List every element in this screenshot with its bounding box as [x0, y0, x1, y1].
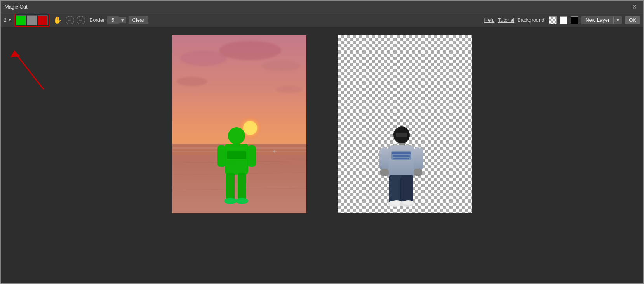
help-link[interactable]: Help — [484, 17, 495, 23]
zoom-out-button[interactable]: − — [77, 16, 85, 24]
svg-rect-23 — [238, 173, 246, 200]
zoom-in-button[interactable]: + — [66, 16, 74, 24]
svg-rect-41 — [389, 175, 400, 203]
green-swatch[interactable] — [16, 15, 26, 25]
background-black-swatch[interactable] — [571, 16, 578, 24]
svg-point-46 — [403, 200, 414, 205]
svg-point-17 — [228, 127, 245, 144]
svg-point-9 — [243, 121, 257, 135]
pan-tool-icon[interactable]: ✋ — [52, 15, 63, 25]
svg-rect-28 — [396, 133, 407, 137]
red-swatch[interactable] — [38, 15, 48, 25]
svg-rect-36 — [414, 147, 423, 171]
svg-marker-1 — [10, 50, 20, 57]
app-title: Magic Cut — [5, 4, 28, 10]
svg-line-0 — [16, 54, 44, 89]
main-area: + — [1, 27, 643, 284]
svg-rect-42 — [401, 175, 413, 203]
brush-size-dropdown-icon[interactable]: ▼ — [8, 18, 12, 22]
beach-image[interactable]: + — [172, 35, 306, 213]
svg-point-25 — [236, 198, 248, 204]
svg-rect-37 — [380, 169, 389, 176]
toolbar: 2 ▼ ✋ + − Border ▼ Clear Help Tutorial B… — [1, 13, 643, 27]
svg-point-7 — [275, 85, 303, 93]
brush-size-value: 2 — [4, 17, 7, 23]
svg-rect-30 — [388, 145, 414, 177]
clear-button[interactable]: Clear — [129, 16, 148, 24]
tutorial-link[interactable]: Tutorial — [498, 17, 514, 23]
svg-rect-35 — [379, 147, 389, 171]
svg-point-6 — [176, 77, 207, 86]
svg-rect-20 — [247, 145, 256, 167]
background-checker-swatch[interactable] — [549, 16, 557, 24]
preview-image — [338, 35, 472, 213]
new-layer-button[interactable]: New Layer — [581, 16, 613, 24]
toolbar-right: Help Tutorial Background: New Layer ▼ OK — [484, 16, 640, 24]
arrow-annotation — [9, 47, 55, 98]
brush-size-control: 2 ▼ — [4, 17, 12, 23]
svg-text:+: + — [273, 148, 276, 154]
svg-rect-33 — [393, 155, 410, 157]
svg-point-3 — [180, 50, 227, 66]
svg-rect-38 — [414, 169, 422, 176]
svg-rect-19 — [217, 145, 226, 167]
svg-rect-32 — [392, 152, 411, 154]
svg-rect-21 — [227, 151, 246, 159]
svg-rect-34 — [393, 158, 409, 159]
border-label: Border — [90, 17, 105, 23]
title-bar: Magic Cut ✕ — [1, 1, 643, 13]
svg-rect-22 — [226, 173, 235, 200]
background-label: Background: — [517, 17, 546, 23]
border-control: ▼ — [107, 16, 126, 24]
gray-swatch[interactable] — [27, 15, 37, 25]
color-swatches-container — [14, 14, 49, 27]
source-image-panel[interactable]: + — [172, 35, 306, 213]
new-layer-dropdown-icon[interactable]: ▼ — [613, 17, 622, 24]
border-value-input[interactable] — [107, 16, 119, 24]
svg-point-5 — [262, 60, 301, 72]
background-white-swatch[interactable] — [560, 16, 567, 24]
new-layer-control: New Layer ▼ — [581, 16, 622, 24]
ok-button[interactable]: OK — [625, 16, 640, 24]
svg-point-4 — [219, 41, 281, 60]
preview-panel — [338, 35, 472, 213]
svg-point-24 — [224, 198, 237, 204]
close-button[interactable]: ✕ — [630, 2, 639, 11]
border-dropdown-button[interactable]: ▼ — [119, 17, 126, 23]
